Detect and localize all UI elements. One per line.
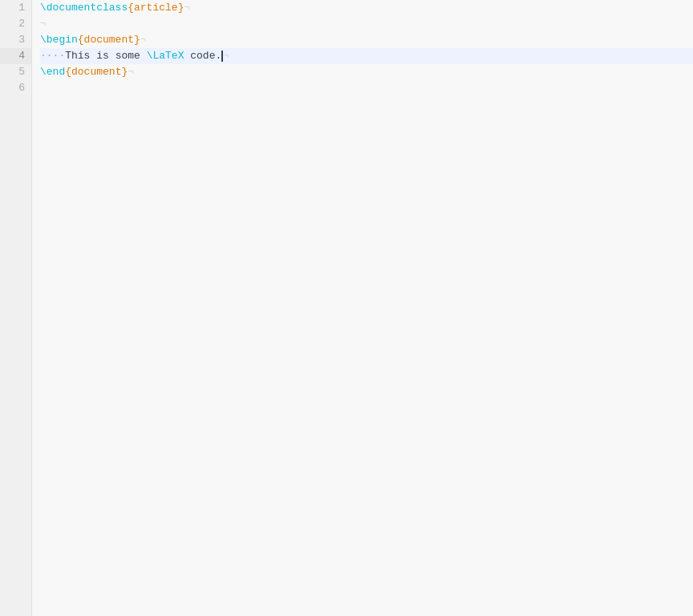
pilcrow-1: ¬: [184, 0, 189, 16]
code-line-4: ····This is some \LaTeX code.¬: [40, 48, 693, 64]
begin-cmd: \begin: [40, 32, 78, 48]
text-code: code.: [184, 48, 221, 64]
code-line-6: [40, 80, 693, 96]
line-numbers: 1 2 3 4 5 6: [0, 0, 32, 616]
documentclass-arg: {article}: [128, 0, 184, 16]
code-area[interactable]: \documentclass{article}¬ ¬ \begin{docume…: [32, 0, 693, 616]
line-number-5: 5: [0, 64, 31, 80]
indent-dots: ····: [40, 48, 65, 64]
pilcrow-3: ¬: [140, 32, 146, 48]
line-number-1: 1: [0, 0, 31, 16]
pilcrow-4: ¬: [223, 48, 229, 64]
latex-cmd: \LaTeX: [147, 48, 184, 64]
line-number-6: 6: [0, 80, 31, 96]
code-line-3: \begin{document}¬: [40, 32, 693, 48]
documentclass-cmd: \documentclass: [40, 0, 128, 16]
begin-arg: {document}: [78, 32, 140, 48]
end-cmd: \end: [40, 64, 65, 80]
code-line-2: ¬: [40, 16, 693, 32]
code-lines: \documentclass{article}¬ ¬ \begin{docume…: [32, 0, 693, 96]
editor-container: 1 2 3 4 5 6 \documentclass{article}¬ ¬ \…: [0, 0, 693, 616]
end-arg: {document}: [65, 64, 128, 80]
pilcrow-5: ¬: [128, 64, 133, 80]
line-number-2: 2: [0, 16, 31, 32]
line-number-4: 4: [0, 48, 31, 64]
code-line-5: \end{document}¬: [40, 64, 693, 80]
pilcrow-2: ¬: [40, 16, 46, 32]
code-line-1: \documentclass{article}¬: [40, 0, 693, 16]
line-number-3: 3: [0, 32, 31, 48]
text-this-is-some: This is some: [65, 48, 146, 64]
